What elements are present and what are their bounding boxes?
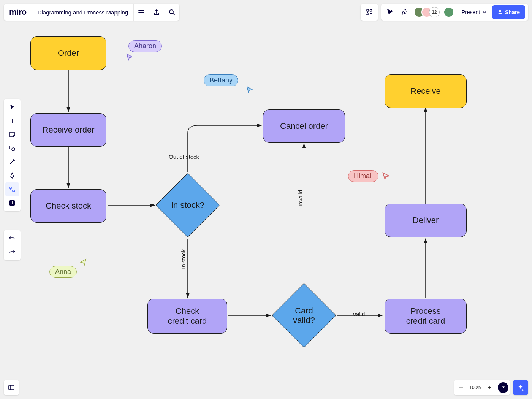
export-button[interactable] bbox=[149, 4, 164, 21]
cursor-name: Aharon bbox=[128, 40, 162, 52]
sticky-icon bbox=[9, 131, 16, 138]
node-check-stock[interactable]: Check stock bbox=[30, 189, 106, 223]
svg-rect-16 bbox=[13, 190, 15, 192]
cursor-name: Bettany bbox=[204, 74, 238, 86]
svg-rect-10 bbox=[367, 10, 369, 11]
collab-cursor-himali: Himali bbox=[348, 170, 391, 182]
collab-cursor-bettany: Bettany bbox=[204, 74, 238, 86]
svg-rect-13 bbox=[10, 146, 13, 149]
present-button[interactable]: Present bbox=[456, 4, 491, 21]
main-menu-button[interactable] bbox=[134, 4, 149, 21]
board-title[interactable]: Diagramming and Process Mapping bbox=[32, 4, 134, 21]
zoom-controls: − 100% + ? bbox=[454, 380, 510, 395]
cursor-name: Anna bbox=[49, 266, 77, 278]
connector-tool[interactable] bbox=[5, 155, 19, 169]
node-label: Process credit card bbox=[406, 306, 445, 326]
node-label: Cancel order bbox=[280, 121, 328, 131]
node-label: Receive bbox=[410, 86, 440, 96]
bottom-right-cluster: − 100% + ? bbox=[454, 380, 528, 395]
collab-cursor-aharon: Aharon bbox=[128, 40, 162, 52]
miro-logo[interactable]: miro bbox=[4, 4, 32, 21]
node-deliver[interactable]: Deliver bbox=[385, 204, 467, 237]
zoom-value[interactable]: 100% bbox=[468, 385, 483, 390]
chevron-down-icon bbox=[482, 10, 487, 14]
plus-icon bbox=[9, 200, 16, 206]
diagram-icon bbox=[9, 186, 16, 193]
node-check-credit-card[interactable]: Check credit card bbox=[147, 299, 227, 334]
export-icon bbox=[153, 9, 160, 16]
reactions-button[interactable] bbox=[397, 5, 412, 19]
menu-icon bbox=[138, 9, 145, 16]
present-label: Present bbox=[462, 9, 480, 15]
edge-label-out-of-stock: Out of stock bbox=[169, 154, 199, 160]
search-button[interactable] bbox=[164, 4, 179, 21]
node-order[interactable]: Order bbox=[30, 36, 106, 70]
cursor-icon bbox=[386, 9, 393, 16]
node-receive-order[interactable]: Receive order bbox=[30, 113, 106, 147]
node-card-valid-decision[interactable]: Card valid? bbox=[281, 293, 327, 338]
node-label: Check credit card bbox=[168, 306, 207, 326]
ai-assist-button[interactable] bbox=[513, 380, 528, 395]
shapes-icon bbox=[9, 145, 16, 152]
undo-button[interactable] bbox=[5, 231, 19, 245]
svg-rect-18 bbox=[9, 385, 14, 390]
svg-rect-15 bbox=[10, 187, 12, 188]
avatar-overflow-count[interactable]: 12 bbox=[429, 7, 440, 17]
search-icon bbox=[168, 9, 175, 16]
node-label: Card valid? bbox=[293, 306, 315, 325]
apps-button[interactable] bbox=[362, 5, 377, 19]
collaborator-avatars[interactable]: 12 bbox=[412, 7, 442, 17]
collab-cursor-anna: Anna bbox=[49, 266, 77, 278]
select-tool[interactable] bbox=[5, 100, 19, 114]
topbar: miro Diagramming and Process Mapping bbox=[4, 4, 179, 21]
pointer-icon bbox=[9, 104, 16, 111]
cursor-mode-button[interactable] bbox=[383, 5, 397, 19]
left-toolbar bbox=[4, 99, 21, 211]
pen-icon bbox=[9, 172, 16, 179]
node-label: Check stock bbox=[46, 201, 91, 211]
help-button[interactable]: ? bbox=[498, 382, 508, 393]
shapes-tool[interactable] bbox=[5, 141, 19, 155]
cursor-name: Himali bbox=[348, 170, 378, 182]
party-icon bbox=[401, 8, 408, 16]
node-label: Order bbox=[58, 48, 79, 58]
apps-icon bbox=[366, 9, 373, 16]
edge-label-valid: Valid bbox=[353, 311, 365, 317]
redo-icon bbox=[9, 249, 16, 255]
zoom-in-button[interactable]: + bbox=[483, 380, 496, 395]
svg-point-12 bbox=[499, 10, 501, 12]
node-in-stock-decision[interactable]: In stock? bbox=[165, 182, 211, 228]
edge-label-in-stock: In stock bbox=[180, 249, 187, 269]
text-icon bbox=[9, 117, 16, 124]
share-button[interactable]: Share bbox=[492, 5, 525, 19]
sparkle-icon bbox=[517, 384, 524, 391]
node-label: Deliver bbox=[413, 215, 439, 225]
undo-icon bbox=[9, 235, 16, 242]
node-process-credit-card[interactable]: Process credit card bbox=[385, 299, 467, 334]
redo-button[interactable] bbox=[5, 245, 19, 259]
sticky-note-tool[interactable] bbox=[5, 128, 19, 141]
person-icon bbox=[497, 10, 503, 15]
node-label: Receive order bbox=[43, 125, 95, 135]
pen-tool[interactable] bbox=[5, 169, 19, 182]
panel-icon bbox=[8, 384, 15, 391]
arrow-icon bbox=[9, 158, 16, 165]
more-tools[interactable] bbox=[5, 196, 19, 210]
current-user-avatar[interactable] bbox=[443, 7, 454, 17]
frames-panel-toggle[interactable] bbox=[4, 380, 19, 395]
left-toolbar-history bbox=[4, 230, 21, 260]
node-receive[interactable]: Receive bbox=[385, 74, 467, 108]
node-cancel-order[interactable]: Cancel order bbox=[263, 109, 345, 143]
top-right-cluster: 12 Present Share bbox=[361, 4, 528, 21]
text-tool[interactable] bbox=[5, 114, 19, 128]
share-label: Share bbox=[505, 9, 520, 15]
svg-point-14 bbox=[12, 148, 15, 151]
edge-label-invalid: Invalid bbox=[297, 190, 304, 206]
diagram-tool[interactable] bbox=[5, 182, 19, 196]
board-canvas[interactable]: Order Receive order Check stock In stock… bbox=[0, 0, 532, 399]
zoom-out-button[interactable]: − bbox=[454, 380, 468, 395]
node-label: In stock? bbox=[171, 200, 204, 210]
svg-point-11 bbox=[370, 10, 372, 11]
